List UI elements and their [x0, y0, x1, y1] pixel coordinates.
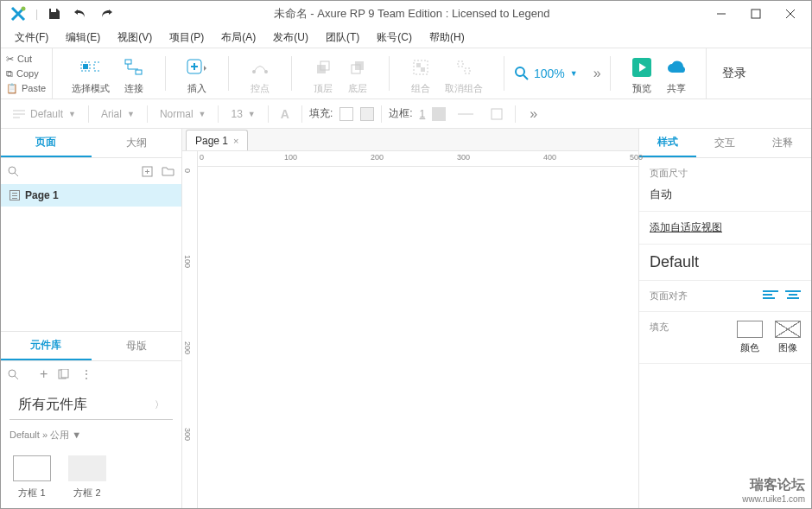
maximize-button[interactable] [739, 2, 773, 26]
pages-tabs: 页面 大纲 [1, 129, 181, 158]
widget-box2[interactable]: 方框 2 [68, 455, 106, 499]
separator [291, 56, 292, 91]
add-library-button[interactable]: + [40, 366, 48, 382]
weight-selector[interactable]: Normal▼ [155, 108, 212, 120]
zoom-control[interactable]: 100% ▼ [506, 67, 587, 80]
right-panel: 样式 交互 注释 页面尺寸 自动 添加自适应视图 Default 页面对齐 填充… [638, 129, 811, 508]
close-tab-icon[interactable]: × [233, 136, 238, 146]
dimension-value[interactable]: 自动 [650, 187, 801, 202]
add-page-button[interactable] [142, 166, 153, 177]
text-color-button[interactable]: A [276, 107, 295, 121]
minimize-button[interactable] [704, 2, 739, 26]
svg-point-24 [9, 370, 16, 377]
canvas-area: Page 1× ✦ 0 100 200 300 400 500 0 100 20… [182, 129, 638, 508]
tab-notes[interactable]: 注释 [754, 129, 811, 157]
ruler-vertical[interactable]: 0 100 200 300 [182, 151, 198, 508]
cloud-icon [666, 57, 687, 78]
chevron-down-icon: ▼ [570, 69, 578, 78]
fill-color-option[interactable]: 颜色 [737, 321, 763, 354]
group-button[interactable]: 组合 [403, 54, 438, 99]
page-tree: Page 1 [1, 184, 181, 331]
search-icon[interactable] [8, 369, 19, 380]
page-align-section: 页面对齐 [639, 281, 811, 312]
chevron-down-icon: ▼ [68, 110, 76, 118]
fill-color-button[interactable] [339, 107, 353, 121]
tab-library[interactable]: 元件库 [1, 332, 92, 360]
page-dimensions-section: 页面尺寸 自动 [639, 158, 811, 212]
library-selector[interactable]: 所有元件库 〉 [10, 391, 173, 420]
library-breadcrumb[interactable]: Default » 公用 ▼ [1, 423, 181, 447]
chevron-down-icon: ▼ [248, 110, 256, 118]
points-button[interactable]: 控点 [243, 54, 277, 99]
separator [228, 56, 229, 91]
search-icon[interactable] [8, 166, 19, 177]
menu-publish[interactable]: 发布(U) [266, 29, 315, 47]
titlebar: | 未命名 - Axure RP 9 Team Edition : Licens… [1, 1, 811, 27]
inspector-tabs: 样式 交互 注释 [639, 129, 811, 158]
login-button[interactable]: 登录 [706, 48, 762, 99]
tab-outline[interactable]: 大纲 [92, 129, 182, 157]
border-width[interactable]: 1 [420, 108, 426, 120]
tab-style[interactable]: 样式 [639, 129, 696, 157]
adaptive-section: 添加自适应视图 [639, 212, 811, 245]
insert-button[interactable]: 插入 [180, 54, 214, 99]
save-button[interactable] [47, 6, 62, 22]
undo-button[interactable] [73, 6, 88, 22]
menu-help[interactable]: 帮助(H) [422, 29, 472, 47]
widget-box1[interactable]: 方框 1 [13, 455, 51, 499]
paragraph-icon [13, 109, 25, 119]
add-adaptive-link[interactable]: 添加自适应视图 [650, 221, 722, 233]
stylebar-overflow[interactable]: » [523, 106, 544, 122]
select-mode-button[interactable]: 选择模式 [65, 54, 117, 99]
redo-button[interactable] [98, 6, 114, 22]
ungroup-button[interactable]: 取消组合 [438, 54, 490, 99]
send-back-button[interactable]: 底层 [340, 54, 375, 99]
chevron-down-icon: ▼ [199, 110, 206, 118]
connect-button[interactable]: 连接 [117, 54, 151, 99]
menu-team[interactable]: 团队(T) [319, 29, 366, 47]
library-panel: 元件库 母版 + ⋮ 所有元件库 〉 Default » 公用 ▼ 方框 1 方… [1, 331, 181, 508]
menu-arrange[interactable]: 布局(A) [214, 29, 263, 47]
tab-interactions[interactable]: 交互 [696, 129, 753, 157]
menu-view[interactable]: 视图(V) [111, 29, 159, 47]
border-style-button[interactable] [453, 111, 479, 118]
border-color-button[interactable] [432, 107, 446, 121]
close-button[interactable] [773, 2, 808, 26]
tab-pages[interactable]: 页面 [1, 129, 92, 157]
border-sides-button[interactable] [485, 108, 508, 120]
menu-account[interactable]: 账号(C) [370, 29, 419, 47]
box-icon [68, 455, 106, 481]
style-name[interactable]: Default [650, 253, 801, 271]
cut-button[interactable]: ✂Cut [4, 52, 48, 67]
svg-point-22 [9, 167, 16, 174]
align-left-button[interactable] [763, 290, 778, 302]
svg-rect-16 [421, 67, 425, 72]
page-tree-item[interactable]: Page 1 [1, 184, 181, 207]
style-selector[interactable]: Default▼ [8, 108, 81, 120]
add-folder-button[interactable] [162, 166, 174, 176]
svg-rect-5 [125, 60, 131, 64]
toolbar-overflow[interactable]: » [587, 66, 608, 81]
font-selector[interactable]: Arial▼ [96, 108, 140, 120]
size-selector[interactable]: 13▼ [225, 108, 260, 120]
style-toolbar: Default▼ Arial▼ Normal▼ 13▼ A 填充: 边框: 1 … [1, 99, 811, 129]
tab-masters[interactable]: 母版 [92, 332, 182, 360]
align-center-button[interactable] [785, 290, 801, 302]
menu-file[interactable]: 文件(F) [8, 29, 55, 47]
paste-button[interactable]: 📋Paste [4, 81, 48, 96]
border-label: 边框: [389, 106, 412, 121]
library-menu-button[interactable] [58, 369, 70, 379]
menu-project[interactable]: 项目(P) [162, 29, 211, 47]
more-icon[interactable]: ⋮ [80, 367, 92, 381]
fill-image-button[interactable] [360, 107, 374, 121]
share-button[interactable]: 共享 [659, 54, 694, 99]
ruler-horizontal[interactable]: 0 100 200 300 400 500 [198, 151, 638, 167]
canvas-tab[interactable]: Page 1× [186, 130, 248, 150]
bring-front-button[interactable]: 顶层 [306, 54, 340, 99]
preview-button[interactable]: 预览 [625, 54, 659, 99]
menu-edit[interactable]: 编辑(E) [59, 29, 107, 47]
svg-rect-4 [83, 64, 88, 69]
canvas[interactable] [198, 167, 638, 508]
copy-button[interactable]: ⧉Copy [4, 67, 48, 81]
fill-image-option[interactable]: 图像 [775, 321, 801, 354]
